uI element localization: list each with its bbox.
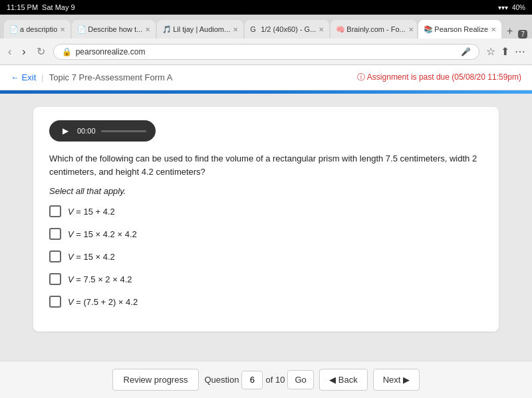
exit-button[interactable]: ← Exit: [11, 72, 36, 82]
tab-close-4[interactable]: ✕: [319, 26, 324, 33]
tab-close-3[interactable]: ✕: [233, 26, 238, 33]
choice-text-c: V = 15 × 4.2: [68, 252, 115, 262]
checkbox-b[interactable]: [49, 228, 61, 240]
status-bar: 11:15 PM Sat May 9 ▾▾▾ 40%: [0, 0, 532, 15]
tab-label-6: Pearson Realize: [434, 25, 488, 33]
share-button[interactable]: ⬆: [499, 44, 511, 59]
question-card: ▶ 00:00 Which of the following can be us…: [33, 107, 499, 332]
tab-favicon-1: 📄: [9, 25, 17, 33]
day: Sat May 9: [42, 3, 75, 11]
tab-close-5[interactable]: ✕: [408, 26, 414, 33]
go-button[interactable]: Go: [287, 370, 313, 389]
url-text: pearsonrealize.com: [76, 47, 146, 56]
question-navigator: Question 6 of 10 Go: [204, 370, 313, 389]
next-label: Next: [383, 375, 401, 385]
review-progress-button[interactable]: Review progress: [112, 369, 200, 391]
status-bar-left: 11:15 PM Sat May 9: [7, 3, 75, 11]
choice-text-d: V = 7.5 × 2 × 4.2: [68, 274, 132, 284]
tab-close-2[interactable]: ✕: [145, 26, 150, 33]
back-chevron-icon: ◀: [329, 375, 336, 385]
assignment-title: Topic 7 Pre-Assessment Form A: [49, 72, 173, 82]
play-button[interactable]: ▶: [59, 124, 72, 138]
header-separator: |: [41, 72, 43, 82]
tab-close-6[interactable]: ✕: [491, 26, 496, 33]
status-bar-right: ▾▾▾ 40%: [498, 4, 525, 11]
choice-text-b: V = 15 × 4.2 × 4.2: [68, 229, 137, 239]
forward-navigation-button[interactable]: ›: [19, 45, 28, 59]
next-chevron-icon: ▶: [403, 375, 410, 385]
tab-3[interactable]: 🎵 Lil tjay | Audiom... ✕: [157, 20, 243, 39]
page-header-left: ← Exit | Topic 7 Pre-Assessment Form A: [11, 72, 172, 82]
tab-2[interactable]: 📄 Describe how t... ✕: [72, 20, 156, 39]
bottom-bar: Review progress Question 6 of 10 Go ◀ Ba…: [0, 361, 532, 398]
total-questions: of 10: [265, 375, 285, 385]
next-button[interactable]: Next ▶: [373, 369, 420, 391]
tab-label-3: Lil tjay | Audiom...: [173, 25, 230, 33]
reload-button[interactable]: ↻: [34, 44, 48, 59]
checkbox-a[interactable]: [49, 205, 61, 217]
new-tab-button[interactable]: +: [503, 24, 517, 39]
select-all-instruction: Select all that apply.: [49, 186, 483, 196]
answer-choice-b[interactable]: V = 15 × 4.2 × 4.2: [49, 228, 483, 240]
more-options-button[interactable]: ⋯: [513, 44, 527, 59]
tab-count: 7: [518, 30, 527, 39]
nav-actions: ☆ ⬆ ⋯: [485, 44, 527, 59]
bookmark-button[interactable]: ☆: [485, 44, 497, 59]
choice-text-a: V = 15 + 4.2: [68, 207, 115, 217]
tab-label-5: Brainly.com - Fo...: [346, 25, 405, 33]
nav-bar: ‹ › ↻ 🔒 pearsonrealize.com 🎤 ☆ ⬆ ⋯: [0, 39, 532, 65]
tab-favicon-5: 🧠: [336, 25, 344, 33]
tab-favicon-4: G: [250, 25, 258, 33]
tab-1[interactable]: 📄 a descriptio ✕: [4, 20, 70, 39]
tab-label-1: a descriptio: [20, 25, 57, 33]
answer-choice-a[interactable]: V = 15 + 4.2: [49, 205, 483, 217]
back-button[interactable]: ◀ Back: [319, 369, 368, 391]
tab-favicon-6: 📚: [424, 25, 432, 33]
tab-6[interactable]: 📚 Pearson Realize ✕: [418, 20, 501, 39]
tab-5[interactable]: 🧠 Brainly.com - Fo... ✕: [331, 20, 417, 39]
tab-favicon-2: 📄: [77, 25, 85, 33]
tab-bar: 📄 a descriptio ✕ 📄 Describe how t... ✕ 🎵…: [0, 15, 532, 39]
checkbox-c[interactable]: [49, 250, 61, 262]
tab-label-2: Describe how t...: [88, 25, 142, 33]
back-navigation-button[interactable]: ‹: [5, 45, 14, 59]
back-label: Back: [338, 375, 358, 385]
page-header: ← Exit | Topic 7 Pre-Assessment Form A ⓘ…: [0, 65, 532, 90]
answer-choice-c[interactable]: V = 15 × 4.2: [49, 250, 483, 262]
tab-label-4: 1/2 (40x60) - G...: [261, 25, 316, 33]
answer-choice-e[interactable]: V = (7.5 + 2) × 4.2: [49, 296, 483, 308]
answer-choice-d[interactable]: V = 7.5 × 2 × 4.2: [49, 273, 483, 285]
audio-player[interactable]: ▶ 00:00: [49, 120, 156, 142]
question-label: Question: [204, 375, 239, 385]
mic-icon: 🎤: [461, 47, 471, 56]
checkbox-e[interactable]: [49, 296, 61, 308]
tab-favicon-3: 🎵: [162, 25, 170, 33]
question-number-input[interactable]: 6: [241, 371, 263, 389]
checkbox-d[interactable]: [49, 273, 61, 285]
tab-close-1[interactable]: ✕: [60, 26, 65, 33]
time: 11:15 PM: [7, 3, 38, 11]
address-bar[interactable]: 🔒 pearsonrealize.com 🎤: [53, 44, 479, 60]
audio-time: 00:00: [77, 127, 96, 135]
lock-icon: 🔒: [62, 47, 72, 56]
question-text: Which of the following can be used to fi…: [49, 152, 483, 178]
choice-text-e: V = (7.5 + 2) × 4.2: [68, 297, 138, 307]
past-due-notice: ⓘ Assignment is past due (05/08/20 11:59…: [357, 72, 521, 83]
wifi-icon: ▾▾▾: [498, 4, 508, 11]
main-content: ▶ 00:00 Which of the following can be us…: [0, 94, 532, 361]
battery: 40%: [512, 4, 525, 11]
tab-4[interactable]: G 1/2 (40x60) - G... ✕: [245, 20, 329, 39]
audio-progress[interactable]: [101, 130, 146, 132]
